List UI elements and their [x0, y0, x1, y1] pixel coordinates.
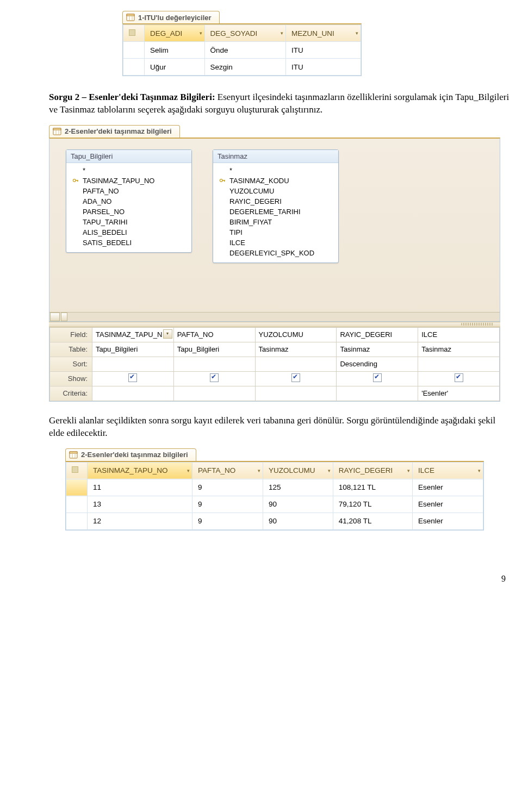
cell[interactable]: ITU — [285, 42, 361, 59]
checkbox-icon[interactable] — [455, 373, 463, 382]
checkbox-icon[interactable] — [210, 373, 219, 382]
qbe-field[interactable]: PAFTA_NO — [173, 327, 255, 342]
splitter[interactable] — [49, 322, 500, 327]
table-row[interactable]: Selim Önde ITU — [123, 42, 361, 59]
scroll-left-icon[interactable] — [50, 313, 60, 321]
field-row[interactable]: * — [67, 165, 190, 176]
qbe-field[interactable]: RAYIC_DEGERI — [337, 327, 418, 342]
checkbox-icon[interactable] — [128, 373, 137, 382]
qbe-field[interactable]: ILCE — [418, 327, 500, 342]
field-row[interactable]: TASINMAZ_KODU — [214, 176, 337, 186]
chevron-down-icon[interactable]: ▾ — [187, 468, 190, 473]
qbe-table[interactable]: Tapu_Bilgileri — [173, 342, 255, 357]
cell[interactable]: 90 — [263, 496, 333, 513]
horizontal-scrollbar[interactable] — [49, 312, 500, 321]
qbe-table[interactable]: Tapu_Bilgileri — [92, 342, 174, 357]
cell[interactable]: 90 — [263, 513, 333, 529]
chevron-down-icon[interactable]: ▾ — [200, 30, 202, 36]
tab-result[interactable]: 2-Esenler'deki taşınmaz bilgileri — [65, 448, 196, 461]
col-header[interactable]: PAFTA_NO▾ — [192, 462, 263, 479]
dropdown-icon[interactable]: ▾ — [163, 329, 172, 339]
qbe-criteria[interactable] — [337, 386, 418, 401]
field-row[interactable]: YUZOLCUMU — [214, 186, 337, 196]
col-header[interactable]: ILCE▾ — [413, 462, 483, 479]
tab-design[interactable]: 2-Esenler'deki taşınmaz bilgileri — [49, 125, 180, 138]
qbe-table[interactable]: Tasinmaz — [418, 342, 500, 357]
col-header[interactable]: MEZUN_UNI▾ — [285, 25, 361, 42]
col-header[interactable]: DEG_SOYADI▾ — [204, 25, 285, 42]
row-selector[interactable] — [123, 59, 145, 76]
cell[interactable]: 13 — [88, 496, 192, 513]
field-row[interactable]: PAFTA_NO — [67, 186, 190, 196]
chevron-down-icon[interactable]: ▾ — [478, 468, 481, 473]
qbe-sort[interactable] — [418, 357, 500, 371]
row-selector[interactable] — [66, 513, 88, 529]
qbe-show[interactable] — [92, 371, 174, 386]
checkbox-icon[interactable] — [291, 373, 300, 382]
field-row[interactable]: ALIS_BEDELI — [67, 227, 190, 238]
qbe-criteria[interactable] — [255, 386, 337, 401]
chevron-down-icon[interactable]: ▾ — [281, 30, 283, 36]
field-row[interactable]: DEGERLEYICI_SPK_KOD — [214, 248, 337, 258]
cell[interactable]: 9 — [192, 479, 263, 496]
chevron-down-icon[interactable]: ▾ — [356, 30, 358, 36]
qbe-criteria[interactable] — [173, 386, 255, 401]
row-selector[interactable] — [123, 42, 145, 59]
field-row[interactable]: RAYIC_DEGERI — [214, 196, 337, 207]
field-row[interactable]: DEGERLEME_TARIHI — [214, 207, 337, 217]
qbe-show[interactable] — [255, 371, 337, 386]
cell[interactable]: Uğur — [145, 59, 205, 76]
table-box-tasinmaz[interactable]: Tasinmaz *TASINMAZ_KODUYUZOLCUMURAYIC_DE… — [213, 149, 339, 263]
cell[interactable]: 12 — [88, 513, 192, 529]
col-header[interactable]: YUZOLCUMU▾ — [263, 462, 333, 479]
cell[interactable]: Selim — [145, 42, 205, 59]
qbe-criteria[interactable] — [92, 386, 174, 401]
cell[interactable]: 41,208 TL — [333, 513, 412, 529]
table-row[interactable]: 119125108,121 TLEsenler — [66, 479, 483, 496]
table-row[interactable]: 1399079,120 TLEsenler — [66, 496, 483, 513]
qbe-field[interactable]: TASINMAZ_TAPU_N▾ — [92, 327, 174, 342]
field-row[interactable]: TAPU_TARIHI — [67, 217, 190, 227]
field-row[interactable]: TASINMAZ_TAPU_NO — [67, 176, 190, 186]
qbe-sort[interactable]: Descending — [337, 357, 418, 371]
cell[interactable]: Esenler — [413, 513, 483, 529]
checkbox-icon[interactable] — [373, 373, 382, 382]
cell[interactable]: 11 — [88, 479, 192, 496]
table-box-tapu[interactable]: Tapu_Bilgileri *TASINMAZ_TAPU_NOPAFTA_NO… — [66, 149, 192, 253]
cell[interactable]: Esenler — [413, 496, 483, 513]
cell[interactable]: 79,120 TL — [333, 496, 412, 513]
cornerbox[interactable] — [123, 25, 145, 42]
cell[interactable]: 125 — [263, 479, 333, 496]
col-header[interactable]: RAYIC_DEGERI▾ — [333, 462, 412, 479]
chevron-down-icon[interactable]: ▾ — [258, 468, 260, 473]
scroll-thumb[interactable] — [61, 313, 67, 321]
field-row[interactable]: SATIS_BEDELI — [67, 238, 190, 248]
table-row[interactable]: 1299041,208 TLEsenler — [66, 513, 483, 529]
cornerbox[interactable] — [66, 462, 88, 479]
chevron-down-icon[interactable]: ▾ — [328, 468, 331, 473]
field-row[interactable]: TIPI — [214, 227, 337, 238]
field-row[interactable]: ILCE — [214, 238, 337, 248]
qbe-field[interactable]: YUZOLCUMU — [255, 327, 337, 342]
cell[interactable]: 9 — [192, 513, 263, 529]
tab-top-grid[interactable]: 1-ITU'lu değerleyiciler — [122, 11, 220, 23]
field-row[interactable]: PARSEL_NO — [67, 207, 190, 217]
qbe-show[interactable] — [418, 371, 500, 386]
qbe-sort[interactable] — [92, 357, 174, 371]
field-row[interactable]: * — [214, 165, 337, 176]
field-row[interactable]: BIRIM_FIYAT — [214, 217, 337, 227]
query-design-surface[interactable]: Tapu_Bilgileri *TASINMAZ_TAPU_NOPAFTA_NO… — [49, 138, 500, 322]
qbe-sort[interactable] — [255, 357, 337, 371]
qbe-table[interactable]: Tasinmaz — [337, 342, 418, 357]
chevron-down-icon[interactable]: ▾ — [407, 468, 410, 473]
qbe-show[interactable] — [173, 371, 255, 386]
row-selector[interactable] — [66, 496, 88, 513]
field-row[interactable]: ADA_NO — [67, 196, 190, 207]
row-selector[interactable] — [66, 479, 88, 496]
col-header[interactable]: TASINMAZ_TAPU_NO▾ — [88, 462, 192, 479]
qbe-show[interactable] — [337, 371, 418, 386]
cell[interactable]: Önde — [204, 42, 285, 59]
cell[interactable]: Sezgin — [204, 59, 285, 76]
table-row[interactable]: Uğur Sezgin ITU — [123, 59, 361, 76]
cell[interactable]: ITU — [285, 59, 361, 76]
